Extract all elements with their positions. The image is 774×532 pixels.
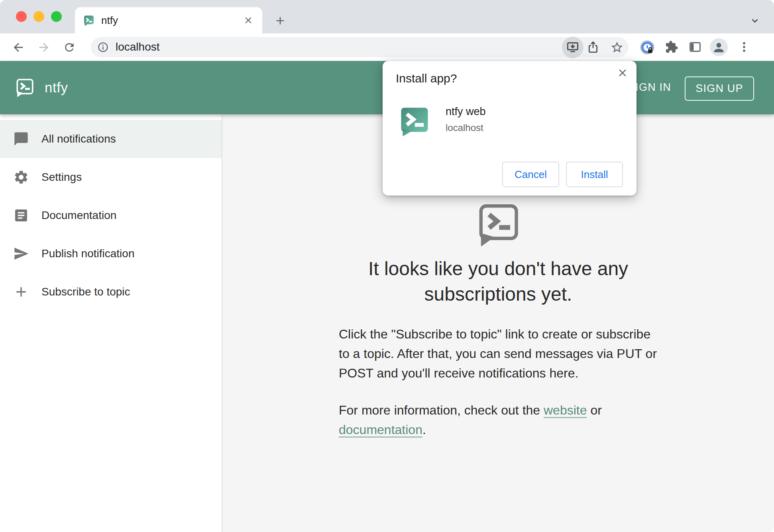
close-icon <box>617 67 629 79</box>
tab-close-icon[interactable] <box>242 14 254 26</box>
bookmark-button[interactable] <box>610 41 624 54</box>
close-window-button[interactable] <box>16 11 27 22</box>
empty-state: It looks like you don't have any subscri… <box>339 200 658 440</box>
zoom-window-button[interactable] <box>51 11 62 22</box>
dialog-app-info: ntfy web localhost <box>399 105 486 137</box>
browser-tab[interactable]: ntfy <box>75 7 262 33</box>
install-app-button[interactable] <box>562 37 583 58</box>
cancel-button[interactable]: Cancel <box>502 162 559 187</box>
brand: ntfy <box>14 61 68 114</box>
app-origin: localhost <box>446 122 486 133</box>
traffic-lights <box>16 11 62 22</box>
url-text: localhost <box>116 41 160 53</box>
sidebar-item-all-notifications[interactable]: All notifications <box>0 120 222 158</box>
browser-menu-button[interactable] <box>737 40 751 54</box>
browser-toolbar: localhost <box>0 33 774 61</box>
ntfy-app-icon <box>399 105 430 137</box>
article-icon <box>13 207 29 223</box>
tab-search-button[interactable] <box>748 14 761 27</box>
star-icon <box>610 41 624 54</box>
reload-icon <box>63 41 76 54</box>
extensions-button[interactable] <box>665 40 678 54</box>
password-manager-extension-button[interactable] <box>640 40 655 55</box>
sidebar-item-label: Documentation <box>41 209 116 222</box>
forward-arrow-icon <box>37 41 51 54</box>
back-button[interactable] <box>11 40 26 55</box>
side-panel-icon <box>688 40 702 54</box>
install-icon <box>566 41 580 54</box>
sidebar-item-publish-notification[interactable]: Publish notification <box>0 235 222 273</box>
dialog-title: Install app? <box>396 72 457 85</box>
chat-bubble-icon <box>13 131 29 147</box>
puzzle-icon <box>665 40 678 54</box>
app-name: ntfy web <box>446 106 486 118</box>
share-button[interactable] <box>586 41 600 54</box>
empty-state-title: It looks like you don't have any subscri… <box>339 256 658 307</box>
sidebar-item-documentation[interactable]: Documentation <box>0 196 222 235</box>
forward-button[interactable] <box>37 40 51 55</box>
new-tab-button[interactable] <box>273 14 287 27</box>
dialog-app-text: ntfy web localhost <box>446 105 486 137</box>
browser-window: ntfy localhost <box>0 0 774 532</box>
gear-icon <box>13 169 29 185</box>
app-title: ntfy <box>45 80 68 96</box>
sidebar-item-label: Subscribe to topic <box>41 286 130 298</box>
sidebar-item-subscribe-to-topic[interactable]: Subscribe to topic <box>0 273 222 311</box>
send-icon <box>13 246 29 262</box>
plus-icon <box>274 14 287 27</box>
tab-title: ntfy <box>101 14 242 27</box>
install-button[interactable]: Install <box>566 162 623 187</box>
sign-up-button[interactable]: SIGN UP <box>685 76 754 101</box>
tab-strip: ntfy <box>0 0 774 33</box>
documentation-link[interactable]: documentation <box>339 422 422 437</box>
plus-icon <box>13 284 29 300</box>
reload-button[interactable] <box>62 40 77 55</box>
paragraph-text: For more information, check out the <box>339 403 544 417</box>
profile-button[interactable] <box>710 38 728 56</box>
ntfy-logo-icon <box>14 77 35 98</box>
website-link[interactable]: website <box>544 403 587 417</box>
sidebar-item-label: Publish notification <box>41 247 134 260</box>
install-app-dialog: Install app? ntfy web localhost Cancel I… <box>383 61 636 196</box>
site-info-icon[interactable] <box>97 41 109 53</box>
sidebar-item-label: Settings <box>41 171 82 184</box>
dialog-close-button[interactable] <box>616 66 629 80</box>
ntfy-favicon <box>83 14 95 27</box>
side-panel-button[interactable] <box>688 40 702 54</box>
password-lock-icon <box>640 40 655 55</box>
sidebar-item-settings[interactable]: Settings <box>0 158 222 196</box>
sidebar: All notifications Settings Documentation… <box>0 114 222 532</box>
minimize-window-button[interactable] <box>33 11 44 22</box>
share-icon <box>586 41 600 54</box>
dialog-buttons: Cancel Install <box>502 162 623 187</box>
back-arrow-icon <box>12 41 25 54</box>
sidebar-item-label: All notifications <box>41 133 116 145</box>
ntfy-logo-outline-icon <box>474 200 522 249</box>
paragraph-text: or <box>587 403 602 417</box>
person-icon <box>712 41 726 55</box>
paragraph-text: . <box>422 422 426 437</box>
address-bar[interactable]: localhost <box>91 37 629 57</box>
three-dots-icon <box>738 41 750 53</box>
chevron-down-icon <box>749 15 761 27</box>
empty-state-links-paragraph: For more information, check out the webs… <box>339 401 658 440</box>
empty-state-paragraph: Click the "Subscribe to topic" link to c… <box>339 325 658 383</box>
